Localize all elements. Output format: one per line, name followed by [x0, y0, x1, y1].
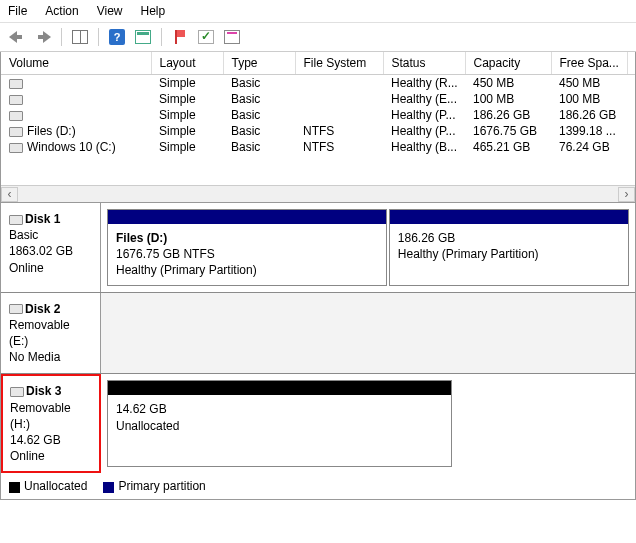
col-layout[interactable]: Layout — [151, 52, 223, 75]
cell-pct: 16 % — [627, 139, 636, 155]
disk-1-partitions: Files (D:) 1676.75 GB NTFS Healthy (Prim… — [101, 203, 635, 292]
flag-icon — [173, 30, 187, 44]
partition-header — [108, 210, 386, 224]
arrow-left-icon — [9, 30, 25, 44]
disk-icon — [9, 304, 23, 314]
cell-volume: Windows 10 (C:) — [1, 139, 151, 155]
cell-capacity: 450 MB — [465, 75, 551, 92]
cell-volume — [1, 75, 151, 92]
cell-status: Healthy (R... — [383, 75, 465, 92]
arrow-right-icon — [35, 30, 51, 44]
action-button[interactable] — [169, 26, 191, 48]
disk-2-no-media — [101, 293, 635, 374]
col-status[interactable]: Status — [383, 52, 465, 75]
col-fs[interactable]: File System — [295, 52, 383, 75]
cell-fs — [295, 91, 383, 107]
cell-layout: Simple — [151, 123, 223, 139]
cell-fs — [295, 107, 383, 123]
check-icon: ✓ — [198, 30, 214, 44]
menu-file[interactable]: File — [8, 4, 27, 18]
forward-button[interactable] — [32, 26, 54, 48]
drive-icon — [9, 95, 23, 105]
cell-layout: Simple — [151, 107, 223, 123]
toolbar-separator — [61, 28, 62, 46]
properties-button[interactable] — [221, 26, 243, 48]
help-button[interactable]: ? — [106, 26, 128, 48]
disk-3-label[interactable]: Disk 3 Removable (H:) 14.62 GB Online — [1, 374, 101, 473]
legend-unallocated: Unallocated — [9, 479, 87, 493]
cell-volume: Files (D:) — [1, 123, 151, 139]
form-icon — [224, 30, 240, 44]
disk-1-label[interactable]: Disk 1 Basic 1863.02 GB Online — [1, 203, 101, 292]
menu-bar: File Action View Help — [0, 0, 636, 23]
scroll-right-button[interactable]: › — [618, 187, 635, 202]
cell-capacity: 1676.75 GB — [465, 123, 551, 139]
menu-help[interactable]: Help — [141, 4, 166, 18]
disk-icon — [10, 387, 24, 397]
cell-fs: NTFS — [295, 139, 383, 155]
partition-files-d[interactable]: Files (D:) 1676.75 GB NTFS Healthy (Prim… — [107, 209, 387, 286]
cell-free: 450 MB — [551, 75, 627, 92]
cell-capacity: 100 MB — [465, 91, 551, 107]
swatch-navy — [103, 482, 114, 493]
horizontal-scrollbar[interactable]: ‹ › — [1, 185, 635, 202]
cell-status: Healthy (P... — [383, 123, 465, 139]
toolbar-separator — [98, 28, 99, 46]
drive-icon — [9, 111, 23, 121]
partition-header — [390, 210, 628, 224]
cell-fs: NTFS — [295, 123, 383, 139]
disk-2-label[interactable]: Disk 2 Removable (E:) No Media — [1, 293, 101, 374]
scroll-left-button[interactable]: ‹ — [1, 187, 18, 202]
table-row[interactable]: SimpleBasicHealthy (P...186.26 GB186.26 … — [1, 107, 636, 123]
col-type[interactable]: Type — [223, 52, 295, 75]
cell-status: Healthy (B... — [383, 139, 465, 155]
cell-capacity: 186.26 GB — [465, 107, 551, 123]
cell-type: Basic — [223, 75, 295, 92]
col-pct[interactable]: % Fre — [627, 52, 636, 75]
menu-view[interactable]: View — [97, 4, 123, 18]
cell-free: 1399.18 ... — [551, 123, 627, 139]
table-row[interactable]: SimpleBasicHealthy (R...450 MB450 MB100 … — [1, 75, 636, 92]
cell-type: Basic — [223, 123, 295, 139]
drive-icon — [9, 143, 23, 153]
disk-3-partitions: 14.62 GB Unallocated — [101, 374, 635, 473]
column-headers[interactable]: Volume Layout Type File System Status Ca… — [1, 52, 636, 75]
partition-header — [108, 381, 451, 395]
cell-pct: 83 % — [627, 123, 636, 139]
cell-pct: 100 % — [627, 75, 636, 92]
cell-type: Basic — [223, 107, 295, 123]
col-free[interactable]: Free Spa... — [551, 52, 627, 75]
volume-list: Volume Layout Type File System Status Ca… — [0, 52, 636, 203]
col-volume[interactable]: Volume — [1, 52, 151, 75]
disk-icon — [9, 215, 23, 225]
menu-action[interactable]: Action — [45, 4, 78, 18]
cell-free: 76.24 GB — [551, 139, 627, 155]
cell-volume — [1, 107, 151, 123]
show-hide-button[interactable] — [69, 26, 91, 48]
cell-capacity: 465.21 GB — [465, 139, 551, 155]
swatch-black — [9, 482, 20, 493]
drive-icon — [9, 127, 23, 137]
list-button[interactable] — [132, 26, 154, 48]
back-button[interactable] — [6, 26, 28, 48]
cell-pct: 100 % — [627, 107, 636, 123]
partition-unallocated[interactable]: 14.62 GB Unallocated — [107, 380, 452, 467]
list-icon — [135, 30, 151, 44]
panel-icon — [72, 30, 88, 44]
cell-free: 100 MB — [551, 91, 627, 107]
cell-volume — [1, 91, 151, 107]
cell-status: Healthy (P... — [383, 107, 465, 123]
cell-pct: 100 % — [627, 91, 636, 107]
check-button[interactable]: ✓ — [195, 26, 217, 48]
partition-unnamed[interactable]: 186.26 GB Healthy (Primary Partition) — [389, 209, 629, 286]
legend-primary: Primary partition — [103, 479, 205, 493]
table-row[interactable]: Files (D:)SimpleBasicNTFSHealthy (P...16… — [1, 123, 636, 139]
table-row[interactable]: SimpleBasicHealthy (E...100 MB100 MB100 … — [1, 91, 636, 107]
cell-layout: Simple — [151, 91, 223, 107]
cell-type: Basic — [223, 139, 295, 155]
cell-layout: Simple — [151, 75, 223, 92]
disk-row: Disk 3 Removable (H:) 14.62 GB Online 14… — [1, 374, 635, 473]
cell-layout: Simple — [151, 139, 223, 155]
col-capacity[interactable]: Capacity — [465, 52, 551, 75]
table-row[interactable]: Windows 10 (C:)SimpleBasicNTFSHealthy (B… — [1, 139, 636, 155]
